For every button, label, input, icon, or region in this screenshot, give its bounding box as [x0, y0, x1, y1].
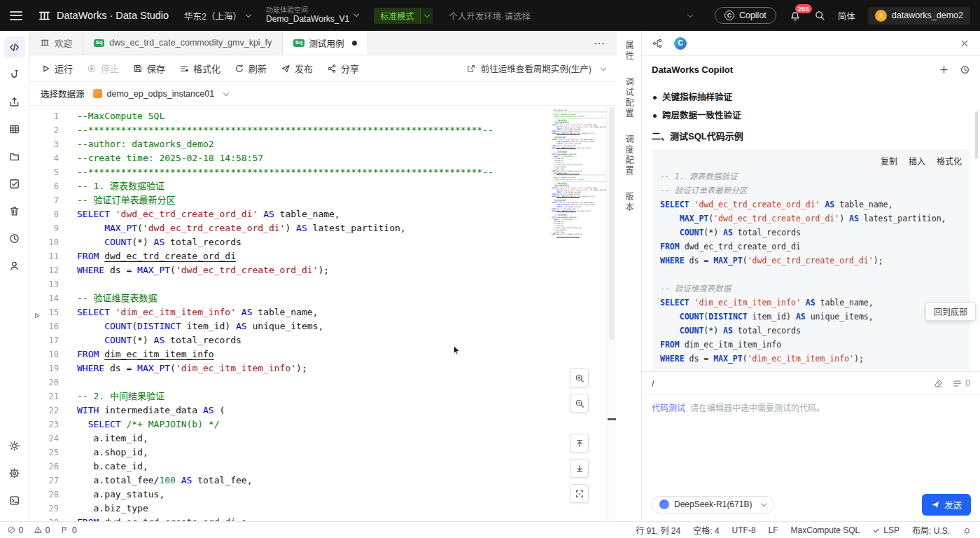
rail-member[interactable]	[4, 255, 25, 276]
rail-code[interactable]	[4, 36, 25, 57]
copilot-code[interactable]: -- 1. 源表数据验证-- 验证订单表最新分区SELECT 'dwd_ec_t…	[660, 170, 962, 371]
tab-dws-node[interactable]: Sqdws_ec_trd_cate_commodity_gmv_kpi_fy	[83, 31, 283, 55]
toolbar-format-button[interactable]: 格式化	[179, 62, 220, 75]
split-handle[interactable]	[608, 418, 616, 420]
editor-code[interactable]: --MaxCompute SQL--**********************…	[70, 106, 552, 521]
mode-badge-caret[interactable]	[420, 8, 433, 24]
right-tab-1[interactable]: 调试配置	[623, 74, 635, 122]
flow-icon[interactable]	[652, 38, 663, 49]
line-number: 18	[49, 350, 59, 359]
scroll-top-button[interactable]	[570, 434, 589, 453]
code-line	[660, 268, 962, 282]
status-flags[interactable]: 0	[60, 525, 76, 535]
menu-icon[interactable]	[10, 11, 22, 20]
copilot-tab-icon[interactable]: C	[674, 37, 687, 50]
tab-welcome[interactable]: 欢迎	[29, 31, 83, 55]
status-item-5[interactable]: LSP	[872, 525, 899, 535]
mode-badge[interactable]: 标准模式	[374, 8, 433, 24]
toolbar-publish-button[interactable]: 发布	[281, 62, 313, 75]
send-button[interactable]: 发送	[922, 494, 971, 516]
right-tab-0[interactable]: 属性	[623, 38, 635, 64]
rail-folder[interactable]	[4, 146, 25, 167]
gutter-line: 7	[29, 193, 70, 207]
ops-link-label: 前往运维查看周期实例(生产)	[481, 62, 592, 75]
tab-more-button[interactable]: ···	[583, 31, 617, 55]
user-menu[interactable]: dataworks_demo2	[868, 7, 970, 25]
selection-button[interactable]	[570, 484, 589, 503]
gutter-line: 5	[29, 165, 70, 179]
status-errors[interactable]: 0	[7, 525, 23, 535]
code-line: -- 验证维度表数据	[77, 291, 552, 305]
zoom-out-button[interactable]	[570, 394, 589, 413]
sql-node-icon: Sq	[94, 39, 104, 47]
dirty-dot	[352, 41, 357, 46]
code-action-0[interactable]: 复制	[881, 155, 897, 167]
status-item-3[interactable]: LF	[769, 525, 778, 535]
rail-theme[interactable]	[4, 435, 25, 456]
status-warnings[interactable]: 0	[34, 525, 50, 535]
chevron-down-icon	[424, 11, 430, 17]
rail-terminal[interactable]	[4, 490, 25, 511]
toolbar-stop-button[interactable]: 停止	[87, 62, 119, 75]
env-select[interactable]: 个人开发环境·请选择	[449, 9, 699, 22]
copilot-input[interactable]: /	[652, 378, 925, 389]
rail-hook[interactable]	[4, 64, 25, 85]
toolbar-refresh-button[interactable]: 刷新	[234, 62, 267, 75]
notifications-button[interactable]: 255	[789, 9, 802, 22]
code-action-1[interactable]: 插入	[909, 155, 925, 167]
status-item-0[interactable]: 行 91, 列 24	[636, 524, 680, 536]
status-item-2[interactable]: UTF-8	[732, 525, 756, 535]
ops-link[interactable]: 前往运维查看周期实例(生产)	[466, 62, 606, 75]
copilot-button[interactable]: C Copilot	[715, 7, 776, 24]
code-line: a.biz_type	[77, 502, 552, 516]
copilot-scrollbar-thumb[interactable]	[975, 111, 978, 159]
rail-checklist[interactable]	[4, 173, 25, 194]
code-action-2[interactable]: 格式化	[937, 155, 962, 167]
context-count-value: 0	[965, 378, 970, 388]
editor-scrollbar[interactable]	[606, 106, 617, 521]
line-number: 14	[49, 294, 59, 303]
context-counter[interactable]: 0	[952, 378, 970, 389]
status-left: 000	[0, 525, 77, 535]
gutter-line: 12	[29, 263, 70, 277]
language-toggle[interactable]: 简体	[838, 9, 855, 22]
rail-table[interactable]	[4, 118, 25, 139]
toolbar-save-button[interactable]: 保存	[133, 62, 165, 75]
eraser-icon[interactable]	[933, 378, 944, 389]
scroll-bottom-button[interactable]	[570, 459, 589, 478]
workspace-select[interactable]: 功能体验空间 Demo_DataWorks_V1	[266, 6, 358, 24]
scrollbar-thumb[interactable]	[609, 107, 615, 340]
new-chat-icon[interactable]	[939, 64, 949, 75]
rail-publish[interactable]	[4, 91, 25, 112]
toolbar-run-button[interactable]: 运行	[41, 62, 73, 75]
status-item-6[interactable]: 布局: U.S.	[912, 524, 950, 536]
rail-history[interactable]	[4, 228, 25, 249]
line-number: 26	[49, 462, 59, 471]
right-tab-2[interactable]: 调度配置	[623, 132, 635, 179]
rail-settings[interactable]	[4, 462, 25, 483]
code-line: -- 2. 中间结果验证	[77, 389, 552, 404]
model-select[interactable]: DeepSeek-R1(671B)	[651, 496, 774, 513]
status-item-1[interactable]: 空格: 4	[693, 524, 719, 536]
close-panel-button[interactable]	[959, 37, 970, 49]
toolbar-share-button[interactable]: 分享	[327, 62, 359, 75]
tab-test-case[interactable]: Sq测试用例	[283, 31, 368, 55]
search-button[interactable]	[814, 10, 825, 22]
code-line: WHERE ds = MAX_PT('dim_ec_itm_item_info'…	[77, 361, 552, 375]
grid-icon	[8, 123, 20, 135]
history-icon[interactable]	[960, 64, 970, 75]
status-item-4[interactable]: MaxCompute SQL	[791, 525, 860, 535]
code-editor[interactable]: 1234567891011121314151617181920212223242…	[29, 106, 617, 521]
gutter-line: 4	[29, 151, 70, 165]
back-to-bottom-button[interactable]: 回到底部	[925, 302, 976, 321]
datasource-select[interactable]: demo_ep_odps_instance01	[93, 89, 229, 99]
editor-float-buttons	[570, 368, 589, 503]
zoom-in-button[interactable]	[570, 368, 589, 387]
rail-trash[interactable]	[4, 200, 25, 221]
region-select[interactable]: 华东2（上海）	[184, 9, 251, 22]
status-bell-button[interactable]	[962, 525, 972, 534]
ops-icon	[466, 64, 476, 74]
line-number: 12	[49, 265, 59, 275]
right-tab-3[interactable]: 版本	[623, 189, 635, 216]
brand[interactable]: DataWorks · Data Studio	[38, 9, 169, 22]
